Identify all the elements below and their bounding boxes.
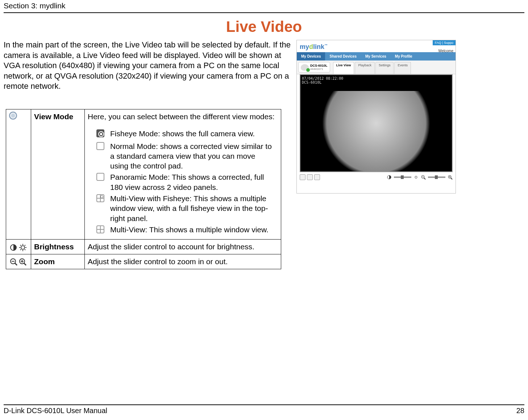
table-row: View Mode Here, you can select between t…	[6, 109, 281, 239]
mydlink-screenshot: FAQ | Suppo Welcome mydlink™ My Devices …	[296, 40, 456, 194]
icon-cell	[6, 109, 31, 239]
row-description: Here, you can select between the differe…	[85, 109, 281, 239]
record-button[interactable]	[307, 174, 313, 180]
view-mode-intro: Here, you can select between the differe…	[88, 112, 275, 121]
viewmode-radio-icon	[9, 112, 17, 120]
welcome-text: Welcome	[438, 49, 454, 53]
tab-shared-devices[interactable]: Shared Devices	[325, 52, 361, 61]
row-description: Adjust the slider control to zoom in or …	[85, 254, 281, 269]
mode-text: Multi-View: This shows a multiple window…	[110, 225, 278, 234]
view-mode-list: Fisheye Mode: shows the full camera view…	[88, 129, 278, 236]
controls-bar	[300, 174, 453, 180]
list-item: Multi-View with Fisheye: This shows a mu…	[88, 194, 278, 223]
subtab-playback[interactable]: Playback	[355, 62, 375, 74]
svg-line-8	[20, 249, 21, 250]
row-description: Adjust the slider control to account for…	[85, 240, 281, 254]
svg-line-23	[451, 178, 452, 179]
left-column: In the main part of the screen, the Live…	[4, 40, 291, 269]
multiview-fisheye-icon	[96, 194, 104, 202]
mode-text: Fisheye Mode: shows the full camera view…	[110, 129, 278, 138]
mode-text: Multi-View with Fisheye: This shows a mu…	[110, 194, 278, 223]
device-name: DCS-6010L	[310, 64, 328, 67]
svg-line-9	[25, 245, 25, 246]
overlay-device: DCS-6010L	[302, 80, 450, 84]
sub-tabs: Live View Playback Settings Events	[332, 61, 411, 74]
list-item: Normal Mode: shows a corrected view simi…	[88, 141, 278, 171]
row-label: Zoom	[31, 254, 85, 269]
main-nav: My Devices Shared Devices My Services My…	[297, 52, 456, 61]
device-card[interactable]: DCS-6010L 44441671	[298, 62, 330, 72]
top-links[interactable]: FAQ | Suppo	[433, 40, 456, 45]
logo-prefix: my	[300, 43, 309, 50]
tab-my-services[interactable]: My Services	[361, 52, 391, 61]
page-footer: D-Link DCS-6010L User Manual 28	[4, 404, 524, 415]
svg-line-20	[424, 178, 425, 179]
list-item: Fisheye Mode: shows the full camera view…	[88, 129, 278, 140]
mode-text: Normal Mode: shows a corrected view simi…	[110, 141, 278, 171]
normal-icon	[96, 142, 104, 150]
logo-d: d	[309, 43, 313, 50]
mute-button[interactable]	[300, 174, 305, 180]
page-number: 28	[516, 407, 524, 415]
video-overlay: 07/04/2012 08:22:00 DCS-6010L	[300, 75, 452, 91]
mydlink-logo: mydlink™	[297, 40, 456, 52]
table-row: Brightness Adjust the slider control to …	[6, 240, 281, 254]
overlay-timestamp: 07/04/2012 08:22:00	[302, 76, 450, 80]
device-row: DCS-6010L 44441671 Live View Playback Se…	[297, 61, 456, 74]
zoom-icon	[9, 257, 28, 267]
tab-my-devices[interactable]: My Devices	[297, 52, 325, 61]
intro-paragraph: In the main part of the screen, the Live…	[4, 40, 291, 92]
svg-point-1	[21, 246, 25, 249]
footer-left: D-Link DCS-6010L User Manual	[4, 407, 107, 415]
icon-cell	[6, 254, 31, 269]
multiview-icon	[96, 225, 104, 233]
subtab-events[interactable]: Events	[394, 62, 411, 74]
svg-line-11	[15, 263, 17, 265]
zoom-in-icon	[448, 175, 453, 180]
controls-left	[300, 174, 320, 180]
list-item: Multi-View: This shows a multiple window…	[88, 225, 278, 236]
tab-my-profile[interactable]: My Profile	[391, 52, 417, 61]
svg-line-7	[25, 249, 25, 250]
list-item: Panoramic Mode: This shows a corrected, …	[88, 172, 278, 192]
subtab-live-view[interactable]: Live View	[333, 62, 354, 74]
device-serial: 44441671	[310, 67, 328, 71]
zoom-out-icon	[421, 175, 426, 180]
zoom-slider[interactable]	[428, 176, 445, 178]
logo-tm: ™	[324, 43, 328, 47]
row-label: Brightness	[31, 240, 85, 254]
controls-right	[387, 175, 453, 180]
logo-link: link	[313, 43, 324, 50]
svg-point-18	[415, 176, 417, 178]
section-header: Section 3: mydlink	[4, 0, 524, 13]
panoramic-icon	[96, 173, 104, 181]
subtab-settings[interactable]: Settings	[375, 62, 394, 74]
table-row: Zoom Adjust the slider control to zoom i…	[6, 254, 281, 269]
content-area: In the main part of the screen, the Live…	[4, 40, 524, 269]
viewmode-button[interactable]	[314, 174, 320, 180]
icon-cell	[6, 240, 31, 254]
sun-icon	[413, 175, 419, 180]
contrast-icon	[387, 175, 392, 180]
svg-line-14	[24, 263, 26, 265]
camera-icon	[301, 64, 309, 71]
row-label: View Mode	[31, 109, 85, 239]
svg-line-6	[20, 245, 21, 246]
fisheye-icon	[96, 129, 104, 137]
feature-table: View Mode Here, you can select between t…	[6, 109, 281, 269]
page-title: Live Video	[4, 18, 524, 36]
mode-text: Panoramic Mode: This shows a corrected, …	[110, 172, 278, 192]
brightness-slider[interactable]	[394, 176, 411, 178]
video-frame: 07/04/2012 08:22:00 DCS-6010L	[300, 74, 453, 172]
brightness-icon	[9, 243, 28, 252]
